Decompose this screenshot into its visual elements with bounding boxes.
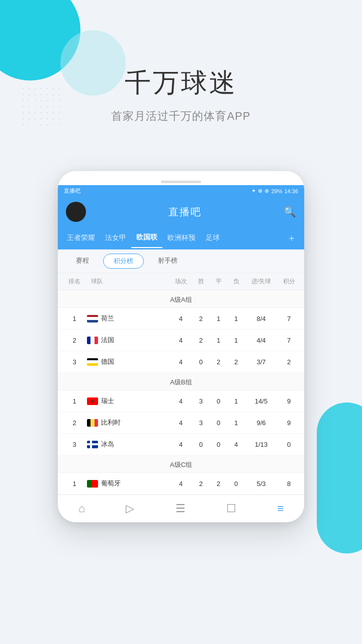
team-cell: 德国 xyxy=(87,357,169,366)
rank: 3 xyxy=(62,441,87,448)
col-games: 场次 xyxy=(169,277,192,286)
table-row: 1 荷兰 4 2 1 1 8/4 7 xyxy=(58,308,304,330)
tab-ouguolian[interactable]: 欧国联 xyxy=(131,228,162,248)
rank: 2 xyxy=(62,337,87,344)
table-row: 2 法国 4 2 1 1 4/4 7 xyxy=(58,330,304,351)
chat-icon: ☐ xyxy=(226,502,236,515)
subtab-schedule[interactable]: 赛程 xyxy=(66,254,99,269)
news-icon: ☰ xyxy=(175,502,186,515)
bottom-nav-play[interactable]: ▷ xyxy=(118,500,142,517)
app-title: 直播吧 xyxy=(168,205,202,219)
tab-more-icon[interactable]: ＋ xyxy=(283,227,300,249)
tab-wangzhe[interactable]: 王者荣耀 xyxy=(62,228,100,248)
notch-bar xyxy=(161,181,201,183)
status-right: ✦ ⊗ ⊗ 29% 14:36 xyxy=(251,188,298,194)
wifi-icon: ⊗ xyxy=(258,188,262,194)
table-row: 2 比利时 4 3 0 1 9/6 9 xyxy=(58,412,304,434)
col-rank: 排名 xyxy=(62,277,87,286)
rank: 1 xyxy=(62,315,87,323)
bottom-nav-chat[interactable]: ☐ xyxy=(218,500,244,517)
sub-tabs: 赛程 积分榜 射手榜 xyxy=(58,250,304,273)
bottom-nav-list[interactable]: ≡ xyxy=(269,500,292,517)
team-cell: 比利时 xyxy=(87,418,169,427)
table-row: 3 冰岛 4 0 0 4 1/13 0 xyxy=(58,434,304,455)
flag-pt xyxy=(87,480,98,488)
table-container: 排名 球队 场次 胜 平 负 进/失球 积分 A级A组 1 荷兰 4 2 1 xyxy=(58,273,304,495)
rank: 1 xyxy=(62,397,87,405)
phone-frame: 直播吧 ✦ ⊗ ⊗ 29% 14:36 直播吧 🔍 王者荣耀 法女甲 欧国联 欧… xyxy=(58,171,304,522)
table-row: 3 德国 4 0 2 2 3/7 2 xyxy=(58,351,304,373)
main-title: 千万球迷 xyxy=(0,65,362,101)
bottom-nav-news[interactable]: ☰ xyxy=(167,500,194,517)
group-a-header: A级A组 xyxy=(58,290,304,308)
header-section: 千万球迷 首家月活过千万的体育APP xyxy=(0,0,362,124)
rank: 2 xyxy=(62,419,87,427)
rank: 3 xyxy=(62,358,87,366)
home-icon: ⌂ xyxy=(78,502,85,515)
play-icon: ▷ xyxy=(126,502,134,515)
time-text: 14:36 xyxy=(284,188,298,194)
flag-de xyxy=(87,358,98,366)
col-goals: 进/失球 xyxy=(245,277,278,286)
battery-text: 29% xyxy=(271,188,282,194)
table-row: 1 葡萄牙 4 2 2 0 5/3 8 xyxy=(58,473,304,495)
col-win: 胜 xyxy=(192,277,210,286)
subtab-standings[interactable]: 积分榜 xyxy=(103,254,144,269)
list-icon: ≡ xyxy=(277,502,284,515)
tab-fanzujia[interactable]: 法女甲 xyxy=(100,228,131,248)
col-draw: 平 xyxy=(210,277,227,286)
team-cell: 荷兰 xyxy=(87,314,169,323)
tab-ouzhouprediction[interactable]: 欧洲杯预 xyxy=(162,228,201,248)
bluetooth-icon: ✦ xyxy=(251,188,256,194)
flag-fr xyxy=(87,337,98,344)
table-row: 1 + 瑞士 4 3 0 1 14/5 9 xyxy=(58,390,304,412)
col-team: 球队 xyxy=(87,277,169,286)
rank: 1 xyxy=(62,480,87,488)
bottom-nav-home[interactable]: ⌂ xyxy=(70,500,93,517)
team-cell: 冰岛 xyxy=(87,440,169,449)
flag-be xyxy=(87,419,98,427)
group-b-header: A级B组 xyxy=(58,373,304,390)
group-c-header: A级C组 xyxy=(58,455,304,473)
status-no-service: 直播吧 xyxy=(64,187,80,195)
table-header: 排名 球队 场次 胜 平 负 进/失球 积分 xyxy=(58,273,304,290)
app-logo[interactable] xyxy=(66,202,86,222)
col-points: 积分 xyxy=(278,277,300,286)
subtab-scorers[interactable]: 射手榜 xyxy=(148,254,188,269)
tab-football[interactable]: 足球 xyxy=(201,228,225,248)
flag-ch: + xyxy=(87,397,98,405)
signal-icon: ⊗ xyxy=(264,188,269,194)
bg-shape-right xyxy=(317,403,362,553)
team-cell: 法国 xyxy=(87,336,169,345)
team-cell: + 瑞士 xyxy=(87,396,169,406)
flag-is xyxy=(87,441,98,448)
col-loss: 负 xyxy=(227,277,245,286)
search-icon[interactable]: 🔍 xyxy=(284,206,296,218)
sub-title: 首家月活过千万的体育APP xyxy=(0,109,362,124)
phone-wrapper: 直播吧 ✦ ⊗ ⊗ 29% 14:36 直播吧 🔍 王者荣耀 法女甲 欧国联 欧… xyxy=(58,171,304,522)
app-header: 直播吧 🔍 xyxy=(58,197,304,227)
bottom-nav: ⌂ ▷ ☰ ☐ ≡ xyxy=(58,495,304,522)
status-bar: 直播吧 ✦ ⊗ ⊗ 29% 14:36 xyxy=(58,185,304,197)
phone-notch xyxy=(58,171,304,185)
nav-tabs: 王者荣耀 法女甲 欧国联 欧洲杯预 足球 ＋ xyxy=(58,227,304,250)
flag-nl xyxy=(87,315,98,323)
team-cell: 葡萄牙 xyxy=(87,479,169,488)
